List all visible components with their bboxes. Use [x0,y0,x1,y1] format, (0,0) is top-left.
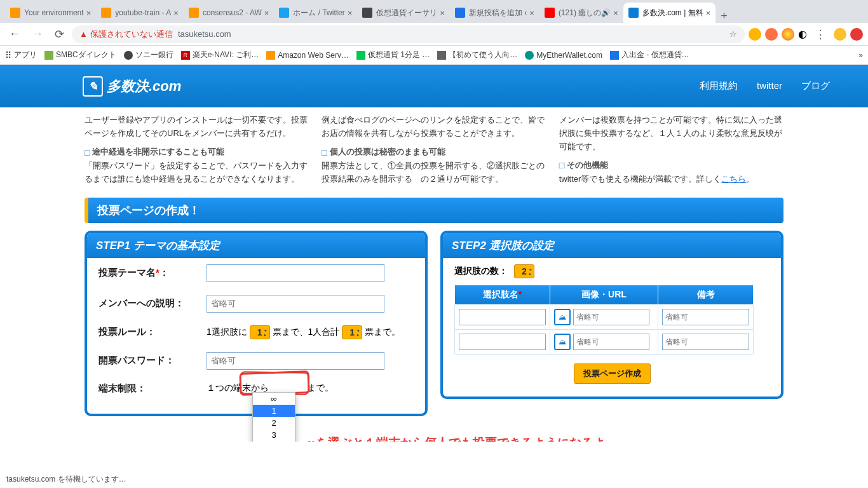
theme-input[interactable] [207,264,384,282]
reload-button[interactable]: ⟳ [51,27,68,41]
password-label: 開票パスワード： [98,355,207,367]
browser-tab[interactable]: 新規投稿を追加 ‹× [450,3,539,23]
browser-tab[interactable]: ホーム / Twitter× [274,3,357,23]
desc-input[interactable] [207,295,384,313]
bookmark-item[interactable]: 【初めて使う人向… [437,50,517,60]
table-row: ⛰ [455,304,754,329]
option-name-input[interactable] [459,309,546,325]
address-bar[interactable]: ▲ 保護されていない通信 tasuketsu.com ☆ [72,25,745,43]
bookmark-item[interactable]: MyEtherWallet.com [525,51,602,60]
step1-title: STEP1 テーマの基本設定 [87,233,425,258]
darkmode-icon[interactable]: ◐ [798,28,807,40]
feature-body: 開票方法として、①全員の投票を開示する、②選択肢ごとの投票結果のみを開示する の… [322,159,546,186]
annotation-text: ∞を選ぶと１端末から何人でも投票できるようになるよ。 [307,435,618,442]
feature-heading: 個人の投票は秘密のままも可能 [322,146,546,159]
ext-icon[interactable] [765,28,778,41]
feature-body: メンバーは複数票を持つことが可能です。特に気に入った選択肢に集中投票するなど、１… [559,114,783,153]
step1-panel: STEP1 テーマの基本設定 投票テーマ名*： メンバーへの説明： 投票ルール：… [85,231,428,416]
close-icon[interactable]: × [348,8,353,18]
apps-button[interactable]: ⠿アプリ [5,50,37,60]
feature-body: 「開票パスワード」を設定することで、パスワードを入力するまでは誰にも途中経過を見… [85,159,309,186]
desc-label: メンバーへの説明： [98,297,207,309]
close-icon[interactable]: × [613,8,618,18]
rule-spinner-2[interactable]: 1 [342,325,362,339]
step2-title: STEP2 選択肢の設定 [443,233,781,258]
feature-body: twitter等でも使える機能が満載です。詳しくこちら。 [559,173,783,186]
feature-body: 例えば食べログのページへのリンクを設定することで、皆でお店の情報を共有しながら投… [322,114,546,140]
close-icon[interactable]: × [173,8,179,18]
menu-icon[interactable]: ⋮ [811,27,830,41]
terminal-label: 端末制限： [98,383,207,395]
browser-toolbar: ← → ⟳ ▲ 保護されていない通信 tasuketsu.com ☆ ◐ ⋮ [0,23,868,46]
bookmark-item[interactable]: Amazon Web Serv… [266,51,349,60]
options-table: 選択肢名* 画像・URL 備考 ⛰ ⛰ [454,285,754,355]
option-url-input[interactable] [573,309,649,325]
create-vote-button[interactable]: 投票ページ作成 [574,363,651,384]
nav-blog[interactable]: ブログ [801,80,830,92]
option-note-input[interactable] [662,309,749,325]
table-row: ⛰ [455,329,754,354]
back-button[interactable]: ← [5,27,24,41]
section-title: 投票ページの作成！ [85,198,783,223]
nav-terms[interactable]: 利用規約 [700,80,738,92]
site-logo[interactable]: ✎ 多数決.com [83,76,181,97]
choice-count-spinner[interactable]: 2 [514,264,534,278]
nav-twitter[interactable]: twitter [757,80,782,92]
feature-heading: 途中経過を非開示にすることも可能 [85,146,309,159]
bookmark-item[interactable]: SMBCダイレクト [44,50,116,60]
dropdown-option[interactable]: ∞ [253,393,295,405]
more-link[interactable]: こちら [721,174,746,184]
dropdown-option[interactable]: 2 [253,417,295,429]
ext-icon[interactable] [782,28,794,41]
option-name-input[interactable] [459,334,546,350]
forward-button: → [28,27,47,41]
image-picker-icon[interactable]: ⛰ [554,309,571,325]
option-note-input[interactable] [662,334,749,350]
profile-icon[interactable] [834,28,846,41]
ext-icon[interactable] [749,28,761,41]
logo-text: 多数決.com [107,77,181,96]
site-header: ✎ 多数決.com 利用規約 twitter ブログ [0,65,868,107]
feature-body: ユーザー登録やアプリのインストールは一切不要です。投票ページを作成してそのURL… [85,114,309,140]
terminal-limit-dropdown[interactable]: ∞ 1 2 3 4 5 ▼ [252,392,295,442]
bookmarks-bar: ⠿アプリ SMBCダイレクト ソニー銀行 R楽天e-NAVI: ご利… Amaz… [0,46,868,65]
close-icon[interactable]: × [529,8,534,18]
theme-label: 投票テーマ名*： [98,267,207,279]
browser-tab[interactable]: Your environment× [5,3,96,23]
browser-tab[interactable]: consensus2 - AW× [184,3,275,23]
dropdown-option-selected[interactable]: 1 [253,405,295,417]
step2-panel: STEP2 選択肢の設定 選択肢の数： 2 選択肢名* 画像・URL 備考 ⛰ [440,231,783,399]
browser-tab[interactable]: (121) 癒しの🔊× [539,3,623,23]
option-url-input[interactable] [573,334,649,350]
rule-spinner-1[interactable]: 1 [250,325,270,339]
close-icon[interactable]: × [86,8,92,18]
feature-heading: その他機能 [559,158,783,172]
site-nav: 利用規約 twitter ブログ [700,80,830,92]
new-tab-button[interactable]: + [715,10,733,23]
dropdown-option[interactable]: 4 [253,441,295,442]
star-icon[interactable]: ☆ [729,29,737,39]
browser-tab[interactable]: 仮想通貨イーサリ× [357,3,450,23]
feature-columns: ユーザー登録やアプリのインストールは一切不要です。投票ページを作成してそのURL… [85,114,783,186]
choice-count-label: 選択肢の数： [454,266,508,277]
url-host: tasuketsu.com [178,29,231,39]
bookmark-item[interactable]: ソニー銀行 [124,50,173,60]
close-icon[interactable]: × [264,8,269,18]
bookmark-item[interactable]: 仮想通貨 1分足 … [356,50,430,60]
rule-label: 投票ルール： [98,326,207,338]
th-note: 備考 [658,285,754,304]
image-picker-icon[interactable]: ⛰ [554,334,571,350]
browser-tab[interactable]: youtube-train - A× [96,3,184,23]
bookmark-item[interactable]: 入出金 - 仮想通貨… [610,50,689,60]
browser-tab-active[interactable]: 多数決.com | 無料× [623,3,715,23]
bookmarks-overflow[interactable]: » [858,51,863,60]
th-image: 画像・URL [550,285,658,304]
password-input[interactable] [207,352,384,370]
bookmark-item[interactable]: R楽天e-NAVI: ご利… [181,50,259,60]
insecure-warning: ▲ 保護されていない通信 [79,29,173,40]
dropdown-option[interactable]: 3 [253,429,295,441]
profile-icon[interactable] [850,28,863,41]
browser-tab-strip: Your environment× youtube-train - A× con… [0,0,868,23]
close-icon[interactable]: × [706,8,711,18]
close-icon[interactable]: × [440,8,445,18]
